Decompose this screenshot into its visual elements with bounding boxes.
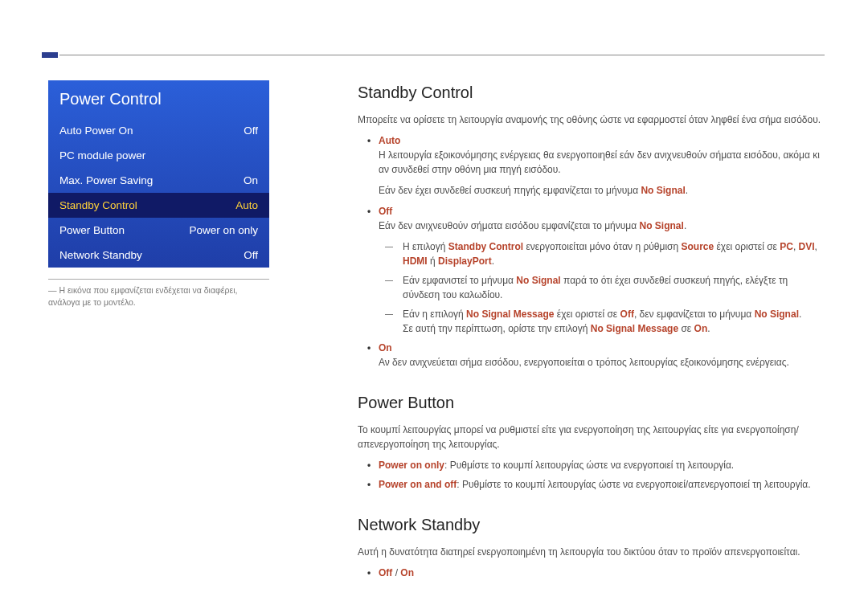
standby-option-auto: Auto Η λειτουργία εξοικονόμησης ενέργεια… — [379, 133, 825, 198]
heading-power-button: Power Button — [358, 390, 825, 415]
off-text-1: Εάν δεν ανιχνευθούν σήματα εισόδου εμφαν… — [379, 219, 825, 233]
menu-item-value: Off — [244, 125, 258, 137]
off-note-2: Εάν εμφανιστεί το μήνυμα No Signal παρά … — [403, 273, 825, 302]
page-top-rule — [59, 55, 825, 55]
network-standby-intro: Αυτή η δυνατότητα διατηρεί ενεργοποιημέν… — [358, 545, 825, 559]
menu-item-label: Power Button — [59, 224, 125, 236]
power-button-options-list: Power on only: Ρυθμίστε το κουμπί λειτου… — [358, 458, 825, 492]
menu-caption: ― Η εικόνα που εμφανίζεται ενδέχεται να … — [48, 284, 269, 308]
option-label-auto: Auto — [379, 135, 400, 146]
caption-text: Η εικόνα που εμφανίζεται ενδέχεται να δι… — [48, 285, 237, 307]
standby-option-on: On Αν δεν ανιχνεύεται σήμα εισόδου, ενερ… — [379, 341, 825, 370]
left-column: Power Control Auto Power On Off PC modul… — [48, 80, 269, 585]
page-accent-bar — [42, 52, 58, 58]
heading-network-standby: Network Standby — [358, 513, 825, 537]
menu-item-label: Network Standby — [59, 249, 142, 261]
menu-item-standby-control[interactable]: Standby Control Auto — [48, 193, 269, 218]
menu-item-power-button[interactable]: Power Button Power on only — [48, 218, 269, 243]
auto-text-1: Η λειτουργία εξοικονόμησης ενέργειας θα … — [379, 148, 825, 177]
menu-item-label: Standby Control — [59, 199, 137, 211]
menu-item-max-power-saving[interactable]: Max. Power Saving On — [48, 168, 269, 193]
off-note-1: Η επιλογή Standby Control ενεργοποιείται… — [403, 239, 825, 268]
power-button-option-on-and-off: Power on and off: Ρυθμίστε το κουμπί λει… — [379, 477, 825, 492]
network-standby-option: Off / On — [379, 566, 825, 580]
option-label-on: On — [379, 342, 392, 353]
power-button-option-on-only: Power on only: Ρυθμίστε το κουμπί λειτου… — [379, 458, 825, 472]
caption-dash: ― — [48, 285, 57, 295]
menu-item-value: Auto — [235, 199, 258, 211]
menu-item-pc-module-power[interactable]: PC module power — [48, 143, 269, 168]
osd-menu-title: Power Control — [48, 80, 269, 118]
power-button-intro: Το κουμπί λειτουργίας μπορεί να ρυθμιστε… — [358, 423, 825, 452]
auto-text-2: Εάν δεν έχει συνδεθεί συσκευή πηγής εμφα… — [379, 183, 825, 198]
menu-item-label: Max. Power Saving — [59, 174, 153, 186]
network-standby-options-list: Off / On — [358, 566, 825, 580]
heading-standby-control: Standby Control — [358, 80, 825, 104]
page-content: Power Control Auto Power On Off PC modul… — [48, 80, 825, 585]
menu-item-value: Off — [244, 249, 258, 261]
off-notes-list: Η επιλογή Standby Control ενεργοποιείται… — [379, 239, 825, 336]
menu-item-label: Auto Power On — [59, 125, 133, 137]
menu-item-value: On — [244, 174, 258, 186]
standby-intro: Μπορείτε να ορίσετε τη λειτουργία αναμον… — [358, 112, 825, 127]
menu-item-label: PC module power — [59, 149, 145, 161]
standby-option-off: Off Εάν δεν ανιχνευθούν σήματα εισόδου ε… — [379, 204, 825, 336]
off-note-3: Εάν η επιλογή No Signal Message έχει ορι… — [403, 307, 825, 336]
menu-item-value: Power on only — [189, 224, 258, 236]
option-label-off: Off — [379, 206, 392, 217]
right-column: Standby Control Μπορείτε να ορίσετε τη λ… — [358, 80, 825, 585]
standby-options-list: Auto Η λειτουργία εξοικονόμησης ενέργεια… — [358, 133, 825, 370]
osd-menu-power-control: Power Control Auto Power On Off PC modul… — [48, 80, 269, 268]
on-text-1: Αν δεν ανιχνεύεται σήμα εισόδου, ενεργοπ… — [379, 355, 825, 370]
menu-item-auto-power-on[interactable]: Auto Power On Off — [48, 118, 269, 143]
menu-item-network-standby[interactable]: Network Standby Off — [48, 243, 269, 268]
caption-divider — [48, 279, 269, 280]
